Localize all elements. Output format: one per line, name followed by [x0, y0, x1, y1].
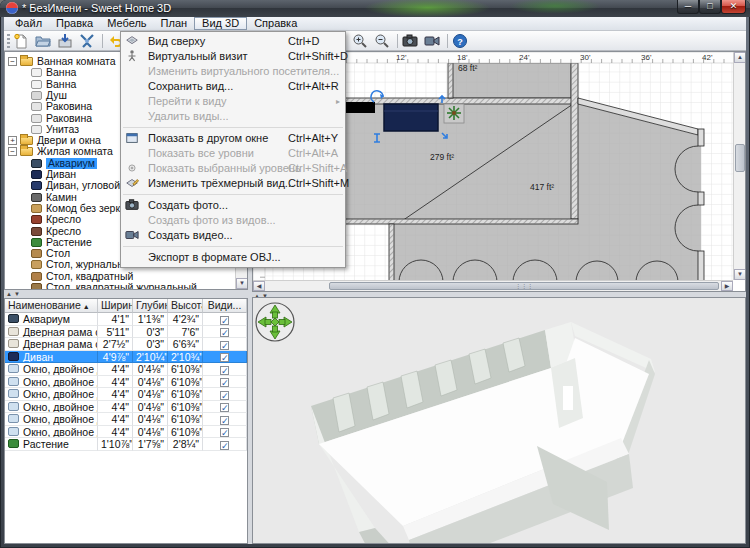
menubar-item-3[interactable]: Мебель	[100, 17, 153, 30]
tree-item[interactable]: Диван, угловой	[31, 180, 120, 191]
table-row[interactable]: Окно, двойное до...4'4"0'4⅛"6'10⅜"✓	[5, 413, 248, 426]
menu-item-8[interactable]: Показать в другом окнеCtrl+Alt+Y	[121, 131, 345, 146]
menu-item-9[interactable]: Показать все уровниCtrl+Alt+A	[121, 146, 345, 161]
maximize-button[interactable]: □	[699, 0, 721, 14]
menubar-item-6[interactable]: Справка	[247, 17, 304, 30]
menu-item-13[interactable]: Создать фото...	[121, 198, 345, 213]
visible-checkbox[interactable]: ✓	[220, 328, 229, 337]
menu-item-4[interactable]: Сохранить вид...Ctrl+Alt+R	[121, 79, 345, 94]
furniture-list-table: Наименование ▲ШиринаГлубинаВысотаВиди...…	[4, 298, 248, 544]
title-bar[interactable]: * БезИмени - Sweet Home 3D ─ □ ✕	[0, 0, 750, 17]
menu-item-6[interactable]: Удалить виды...	[121, 109, 345, 124]
sink-icon	[31, 102, 42, 111]
visible-checkbox[interactable]: ✓	[220, 441, 229, 450]
visible-checkbox[interactable]: ✓	[220, 391, 229, 400]
zoom-in-button[interactable]	[352, 33, 370, 49]
column-header-5[interactable]: Види...	[203, 299, 247, 313]
tree-item[interactable]: Ванна	[31, 67, 76, 78]
column-header-1[interactable]: Наименование ▲	[5, 299, 98, 313]
tree-item[interactable]: Кресло	[31, 226, 81, 237]
menu-item-17[interactable]: Экспорт в формате OBJ...	[121, 250, 345, 265]
column-header-2[interactable]: Ширина	[98, 299, 133, 313]
menu-item-5[interactable]: Перейти к виду▸	[121, 94, 345, 109]
open-folder-button[interactable]	[35, 33, 53, 49]
close-button[interactable]: ✕	[721, 0, 746, 14]
plan-sofa-selected[interactable]	[384, 104, 438, 131]
table-row[interactable]: Растение1'10⅞"1'7⅝"2'8¼"✓	[5, 438, 248, 451]
menu-item-1[interactable]: Вид сверхуCtrl+D	[121, 34, 345, 49]
table-row[interactable]: Дверная рама с ар...5'11"0'3"7'6"✓	[5, 326, 248, 339]
cell: Аквариум	[5, 313, 98, 326]
preferences-button[interactable]	[79, 33, 97, 49]
visible-checkbox[interactable]: ✓	[220, 378, 229, 387]
visible-checkbox[interactable]: ✓	[220, 353, 229, 362]
tree-item[interactable]: Камин	[31, 192, 77, 203]
menu-item-10[interactable]: Показать выбранный уровеньCtrl+Shift+A	[121, 161, 345, 176]
table-row[interactable]: Окно, двойное до...4'4"0'4⅛"6'10⅜"✓	[5, 363, 248, 376]
left-split-divider[interactable]: ▲▼	[4, 290, 248, 298]
column-header-3[interactable]: Глубина	[133, 299, 168, 313]
zoom-out-button[interactable]	[374, 33, 392, 49]
help-button[interactable]: ?	[452, 33, 470, 49]
collapse-toggle-icon[interactable]: −	[8, 57, 17, 66]
menu-item-15[interactable]: Создать видео...	[121, 228, 345, 243]
visible-checkbox[interactable]: ✓	[220, 366, 229, 375]
navigation-compass[interactable]	[256, 303, 294, 341]
scroll-up-arrow[interactable]: ▲	[734, 52, 746, 63]
menubar-item-4[interactable]: План	[154, 17, 195, 30]
table-row[interactable]: Окно, двойное до...4'4"0'4⅛"6'10⅜"✓	[5, 388, 248, 401]
table-row[interactable]: Окно, двойное до...4'4"0'4⅛"6'10⅜"✓	[5, 401, 248, 414]
save-button[interactable]	[57, 33, 75, 49]
cell-visible: ✓	[203, 338, 247, 351]
plan-plant[interactable]	[444, 104, 464, 123]
plan-vertical-scrollbar[interactable]: ▲ ▼	[733, 52, 745, 280]
scroll-left-arrow[interactable]: ◀	[253, 281, 265, 291]
tree-item[interactable]: Раковина	[31, 113, 92, 124]
visible-checkbox[interactable]: ✓	[220, 416, 229, 425]
create-video-button[interactable]	[424, 33, 442, 49]
minimize-button[interactable]: ─	[677, 0, 699, 14]
visible-checkbox[interactable]: ✓	[220, 403, 229, 412]
table-row[interactable]: Окно, двойное до...4'4"0'4⅛"6'10⅜"✓	[5, 426, 248, 439]
menubar-item-5[interactable]: Вид 3D	[194, 17, 247, 30]
toolbar-drag-handle[interactable]	[7, 34, 10, 48]
cell-visible: ✓	[203, 376, 247, 389]
menu-item-14[interactable]: Создать фото из видов...	[121, 213, 345, 228]
plan-horizontal-scrollbar[interactable]: ◀ ▶ ⋮⋮⋮	[253, 280, 733, 291]
cell: Окно, двойное до...	[5, 388, 98, 401]
visible-checkbox[interactable]: ✓	[220, 428, 229, 437]
menubar-item-2[interactable]: Правка	[49, 17, 100, 30]
visible-checkbox[interactable]: ✓	[220, 316, 229, 325]
expand-toggle-icon[interactable]: +	[8, 136, 17, 145]
divider-collapse-arrows-icon[interactable]: ▲▼	[6, 291, 22, 297]
tree-item[interactable]: Раковина	[31, 101, 92, 112]
dresser-icon	[31, 204, 42, 213]
column-header-4[interactable]: Высота	[168, 299, 203, 313]
plan-vscrollbar-thumb[interactable]	[735, 144, 745, 172]
plan-hscrollbar-thumb[interactable]: ⋮⋮⋮	[329, 282, 719, 290]
table-row[interactable]: Диван4'9⅞"2'10¼"2'10¾"✓	[5, 351, 248, 364]
tree-item[interactable]: Кресло	[31, 214, 81, 225]
menu-item-2[interactable]: Виртуальный визитCtrl+Shift+D	[121, 49, 345, 64]
visible-checkbox[interactable]: ✓	[220, 341, 229, 350]
view-3d[interactable]	[252, 297, 746, 544]
scroll-right-arrow[interactable]: ▶	[721, 281, 733, 291]
plan-tv[interactable]	[346, 102, 375, 113]
table-row[interactable]: Окно, двойное до...4'4"0'4⅛"6'10⅜"✓	[5, 376, 248, 389]
tree-category[interactable]: −Жилая комната	[8, 146, 113, 157]
scroll-down-arrow[interactable]: ▼	[734, 269, 746, 280]
table-row[interactable]: Дверная рама с ар...2'7½"0'3"6'6¾"✓	[5, 338, 248, 351]
new-document-button[interactable]	[13, 33, 31, 49]
room-bottom-band[interactable]	[394, 224, 578, 282]
tree-item[interactable]: Ванна	[31, 79, 76, 90]
cell-visible: ✓	[203, 313, 247, 326]
scroll-down-arrow[interactable]: ▼	[236, 278, 248, 289]
table-row[interactable]: Аквариум4'1"1'1⅜"4'2¾"✓	[5, 313, 248, 326]
menu-item-11[interactable]: Изменить трёхмерный вид...Ctrl+Shift+M	[121, 176, 345, 191]
tree-item[interactable]: Стол, квадратный журнальный	[31, 282, 197, 290]
menubar-item-1[interactable]: Файл	[8, 17, 49, 30]
house-3d-model[interactable]	[311, 322, 655, 543]
collapse-toggle-icon[interactable]: −	[8, 147, 17, 156]
create-photo-button[interactable]	[402, 33, 420, 49]
menu-item-3[interactable]: Изменить виртуального посетителя...	[121, 64, 345, 79]
